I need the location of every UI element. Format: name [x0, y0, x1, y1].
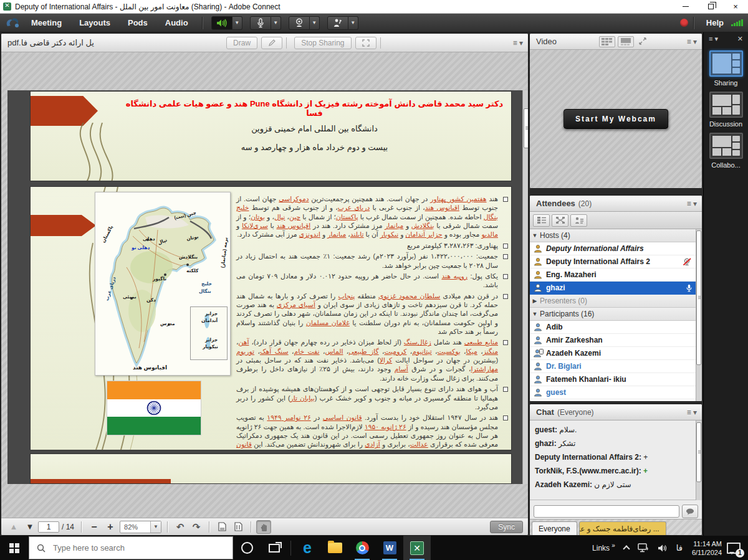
chat-message: TorkNik, F.S.(www.merc.ac.ir): + — [535, 467, 696, 475]
help-menu[interactable]: Help — [699, 18, 731, 27]
adobe-connect-app-icon — [3, 2, 11, 11]
layouts-menu-icon[interactable]: ≡ ▾ — [709, 35, 718, 43]
sync-button[interactable]: Sync — [490, 521, 523, 533]
chat-scrollbar-thumb[interactable] — [696, 422, 701, 482]
chat-tab-everyone[interactable]: Everyone — [532, 521, 577, 535]
attendee-row[interactable]: Azadeh Kazemi — [530, 347, 696, 360]
chrome-taskbar-button[interactable] — [348, 536, 376, 560]
menu-bar: Meeting Layouts Pods Audio ▼ ▼ — [0, 14, 748, 32]
speaker-button[interactable] — [211, 16, 233, 30]
fit-width-button[interactable] — [231, 520, 246, 534]
restore-button[interactable] — [698, 0, 723, 14]
start-my-webcam-button[interactable]: Start My Webcam — [563, 109, 668, 129]
video-pod-menu-icon[interactable]: ≡ ▾ — [687, 37, 697, 46]
task-view-button[interactable] — [261, 536, 288, 560]
webcam-button[interactable] — [289, 16, 310, 30]
zoom-level-select[interactable]: 82% ▼ — [120, 521, 161, 533]
map-label: دهلی — [143, 236, 155, 242]
attendees-pod-menu-icon[interactable]: ≡ ▾ — [687, 199, 697, 208]
page-number-input[interactable] — [38, 521, 59, 533]
attendee-list-view-button[interactable] — [533, 214, 550, 227]
attendee-row[interactable]: Eng. Mazaheri — [530, 268, 696, 282]
layout-item-collaboration[interactable]: Collabo... — [707, 133, 745, 169]
menu-meeting[interactable]: Meeting — [22, 14, 70, 32]
chat-tab-private[interactable]: ... رضای‌فاطمه جسک و عل — [579, 521, 666, 535]
chat-message: Azadeh Kazemi: ستی لازم ن — [535, 480, 696, 489]
raise-hand-button[interactable] — [327, 16, 348, 30]
attendee-group-header[interactable]: ▼Participants (16) — [530, 308, 696, 321]
network-tray-icon[interactable] — [638, 543, 649, 553]
sharing-layout-thumbnail[interactable] — [709, 50, 743, 77]
file-explorer-taskbar-button[interactable] — [321, 536, 348, 560]
zoom-in-button[interactable]: + — [103, 520, 118, 534]
word-taskbar-button[interactable]: W — [376, 536, 403, 560]
rotate-right-button[interactable]: ↷ — [189, 520, 204, 534]
chat-message-input[interactable] — [534, 505, 679, 518]
chat-pod-menu-icon[interactable]: ≡ ▾ — [687, 408, 697, 417]
taskbar-clock[interactable]: 11:14 AM 6/11/2024 — [692, 539, 722, 557]
menu-pods[interactable]: Pods — [119, 14, 156, 32]
map-label: پاکستان — [100, 224, 114, 244]
speaker-view-icon[interactable] — [618, 36, 634, 47]
chat-scrollbar[interactable] — [696, 420, 702, 500]
zoom-out-button[interactable]: − — [87, 520, 102, 534]
microphone-dropdown[interactable]: ▼ — [271, 16, 281, 30]
keyboard-language-indicator[interactable]: فا — [676, 543, 683, 553]
attendee-row[interactable]: ghazi — [530, 282, 696, 295]
attendee-row[interactable]: guest — [530, 386, 696, 399]
send-chat-button[interactable] — [682, 505, 698, 518]
search-input[interactable] — [52, 543, 201, 553]
share-pod-menu-icon[interactable]: ≡ ▾ — [513, 39, 523, 47]
fit-page-button[interactable] — [214, 520, 229, 534]
attendee-group-header[interactable]: ▶Presenters (0) — [530, 295, 696, 308]
start-button[interactable] — [0, 536, 29, 560]
volume-tray-icon[interactable] — [658, 544, 668, 553]
draw-button[interactable]: Draw — [226, 37, 257, 49]
close-button[interactable]: × — [723, 0, 748, 14]
menu-audio[interactable]: Audio — [156, 14, 197, 32]
links-toolbar[interactable]: Links » — [592, 544, 615, 553]
notification-badge: 1 — [736, 549, 744, 558]
discussion-layout-thumbnail[interactable] — [709, 92, 743, 118]
attendee-row[interactable]: Adib — [530, 321, 696, 334]
attendee-group-header[interactable]: ▼Hosts (4) — [530, 229, 696, 242]
layout-item-sharing[interactable]: Sharing — [707, 50, 745, 87]
attendee-row[interactable]: Amir Zarkeshan — [530, 334, 696, 347]
webcam-dropdown[interactable]: ▼ — [310, 16, 320, 30]
layout-item-discussion[interactable]: Discussion — [707, 92, 745, 128]
attendees-scrollbar[interactable] — [696, 229, 702, 401]
collaboration-layout-thumbnail[interactable] — [709, 133, 743, 159]
attendees-pod-header: Attendees (20) ≡ ▾ — [530, 196, 702, 212]
breakout-view-button[interactable] — [552, 214, 568, 227]
pdf-document-area: دکتر سید محمد قاضی دانش آموخته رشته فیزی… — [7, 90, 522, 484]
attendee-row[interactable]: Dr. Biglari — [530, 360, 696, 373]
microphone-button[interactable] — [250, 16, 271, 30]
speaker-dropdown[interactable]: ▼ — [233, 16, 242, 30]
stop-sharing-button[interactable]: Stop Sharing — [294, 37, 351, 49]
attendee-row[interactable]: Fatemeh Khanlari- ikiu — [530, 373, 696, 386]
action-center-icon[interactable]: 1 — [727, 543, 741, 554]
layouts-close-icon[interactable]: ✕ — [737, 35, 743, 43]
minimize-button[interactable] — [673, 0, 698, 14]
taskbar-search[interactable] — [29, 536, 233, 559]
document-scrollbar-thumb[interactable] — [524, 108, 529, 148]
attendees-scrollbar-thumb[interactable] — [696, 230, 701, 365]
show-hidden-icons-button[interactable] — [624, 544, 629, 551]
edge-taskbar-button[interactable]: e — [294, 536, 321, 560]
attendee-row[interactable]: Deputy International Affairs 2 — [530, 255, 696, 268]
menu-layouts[interactable]: Layouts — [70, 14, 119, 32]
attendee-row[interactable]: Deputy International Affairs — [530, 242, 696, 255]
raise-hand-dropdown[interactable]: ▼ — [348, 16, 358, 30]
fullscreen-button[interactable] — [355, 37, 376, 49]
video-fullscreen-icon[interactable] — [639, 37, 646, 46]
adobe-connect-taskbar-button[interactable]: ✕ — [403, 536, 431, 560]
pen-tool-button[interactable] — [261, 37, 282, 49]
cortana-button[interactable] — [233, 536, 261, 560]
document-scrollbar[interactable] — [522, 90, 529, 484]
hand-tool-button[interactable] — [256, 520, 271, 534]
next-page-button[interactable]: ▼ — [22, 520, 37, 534]
filmstrip-view-icon[interactable] — [599, 36, 615, 47]
attendee-status-view-button[interactable] — [570, 214, 587, 227]
rotate-left-button[interactable]: ↶ — [173, 520, 188, 534]
previous-page-button[interactable]: ▲ — [6, 520, 21, 534]
